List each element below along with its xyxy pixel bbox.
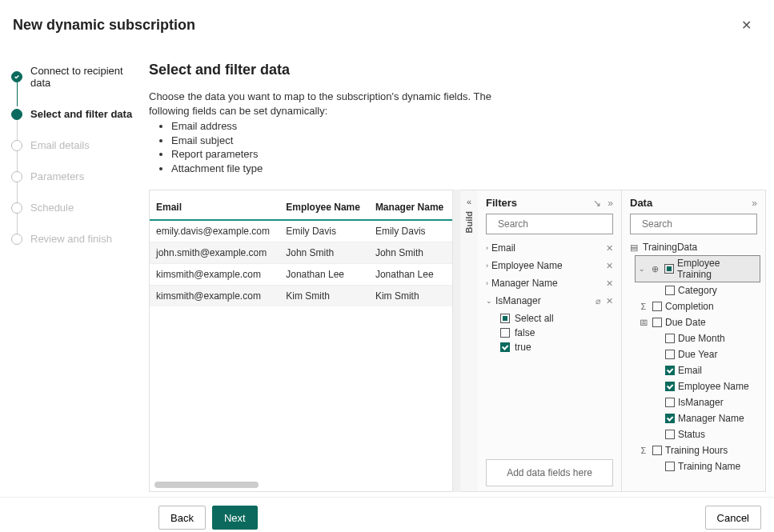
close-button[interactable]: ✕ [735,14,758,36]
data-panel: Data » ▤ TrainingData ⌄ ⊕ [622,190,766,492]
chevron-down-icon: ⌄ [486,297,492,305]
checkbox-icon [665,350,675,359]
expand-data-icon[interactable]: » [752,198,757,209]
checkbox-icon [500,314,510,323]
wizard-stepper: Connect to recipient data Select and fil… [0,44,144,492]
filter-option-true[interactable]: true [483,342,616,353]
field-training-name[interactable]: Training Name [627,458,760,474]
remove-filter-icon[interactable]: ✕ [606,278,613,289]
vertical-scrollbar[interactable] [452,190,460,492]
step-dot-icon [11,171,22,182]
data-table-node[interactable]: ⌄ ⊕ Employee Training [635,255,760,282]
filters-title: Filters [486,197,517,209]
remove-filter-icon[interactable]: ✕ [606,261,613,271]
page-description: Choose the data you want to map to the s… [149,90,501,175]
field-due-date[interactable]: 📅︎Due Date [627,314,760,330]
field-status[interactable]: Status [627,426,760,442]
checkbox-icon [665,398,675,407]
clear-filters-icon[interactable]: ↘ [593,198,601,209]
field-completion[interactable]: ΣCompletion [627,298,760,314]
checkbox-icon [665,366,675,375]
checkbox-icon [665,334,675,343]
filters-panel: Filters ↘ » ›Email ✕ ›Emplo [478,190,622,492]
field-category[interactable]: Category [627,282,760,298]
sum-icon: Σ [638,302,649,311]
step-parameters[interactable]: Parameters [11,170,144,182]
edit-filter-icon[interactable]: ⌀ [596,296,601,306]
remove-filter-icon[interactable]: ✕ [606,296,613,306]
table-row[interactable]: john.smith@example.com John Smith John S… [150,242,452,264]
col-manager-name[interactable]: Manager Name [369,190,452,220]
table-row[interactable]: emily.davis@example.com Emily Davis Emil… [150,220,452,242]
step-dot-icon [11,140,22,151]
col-employee-name[interactable]: Employee Name [279,190,369,220]
dialog-title: New dynamic subscription [13,17,195,34]
field-email[interactable]: Email [627,362,760,378]
checkbox-icon [652,446,662,455]
filter-option-select-all[interactable]: Select all [483,313,616,324]
filter-option-false[interactable]: false [483,327,616,338]
chevron-right-icon: › [486,244,488,252]
expand-filters-icon[interactable]: » [608,198,613,209]
table-row[interactable]: kimsmith@example.com Kim Smith Kim Smith [150,286,452,307]
field-due-month[interactable]: Due Month [627,330,760,346]
field-due-year[interactable]: Due Year [627,346,760,362]
field-employee-name[interactable]: Employee Name [627,378,760,394]
filters-drop-target[interactable]: Add data fields here [486,459,613,486]
filter-ismanager[interactable]: ⌄IsManager ⌀✕ [483,292,616,310]
checkbox-icon [664,264,674,274]
remove-filter-icon[interactable]: ✕ [606,243,613,254]
dataset-node[interactable]: ▤ TrainingData [627,239,760,255]
field-ismanager[interactable]: IsManager [627,394,760,410]
checkbox-icon [665,382,675,391]
filter-email[interactable]: ›Email ✕ [483,239,616,257]
field-training-hours[interactable]: ΣTraining Hours [627,442,760,458]
checkbox-icon [665,462,675,471]
page-heading: Select and filter data [149,62,766,78]
calendar-icon: 📅︎ [638,318,649,327]
step-email-details[interactable]: Email details [11,139,144,151]
back-button[interactable]: Back [158,506,206,530]
data-search[interactable] [630,214,757,234]
checkbox-icon [665,286,675,295]
chevron-right-icon: › [486,279,488,287]
sum-icon: Σ [638,446,649,455]
checkbox-icon [500,342,510,352]
check-icon [11,71,22,82]
build-pane-toggle[interactable]: « Build [460,190,478,492]
step-schedule[interactable]: Schedule [11,202,144,214]
checkbox-icon [665,430,675,439]
chevron-down-icon: ⌄ [639,265,647,273]
step-dot-icon [11,202,22,214]
data-title: Data [630,197,652,209]
step-dot-icon [11,234,22,245]
chevron-double-left-icon: « [467,197,471,206]
chevron-right-icon: › [486,262,488,270]
next-button[interactable]: Next [212,506,258,530]
step-connect-recipient[interactable]: Connect to recipient data [11,65,144,89]
horizontal-scrollbar[interactable] [154,482,259,488]
checkbox-icon [652,302,662,311]
step-review-finish[interactable]: Review and finish [11,233,144,245]
filters-search-input[interactable] [496,218,620,230]
table-row[interactable]: kimsmith@example.com Jonathan Lee Jonath… [150,264,452,286]
dataset-icon: ▤ [628,242,640,253]
data-preview-table: Email Employee Name Manager Name emily.d… [149,190,452,492]
checkbox-icon [665,414,675,423]
checkbox-icon [652,318,662,327]
data-search-input[interactable] [640,218,764,230]
checkbox-icon [500,328,510,338]
filters-search[interactable] [486,214,613,234]
globe-icon: ⊕ [650,264,661,274]
cancel-button[interactable]: Cancel [705,506,761,530]
filter-manager-name[interactable]: ›Manager Name ✕ [483,274,616,292]
col-email[interactable]: Email [150,190,279,220]
step-dot-icon [11,109,22,120]
field-manager-name[interactable]: Manager Name [627,410,760,426]
step-select-filter[interactable]: Select and filter data [11,108,144,120]
filter-employee-name[interactable]: ›Employee Name ✕ [483,257,616,274]
